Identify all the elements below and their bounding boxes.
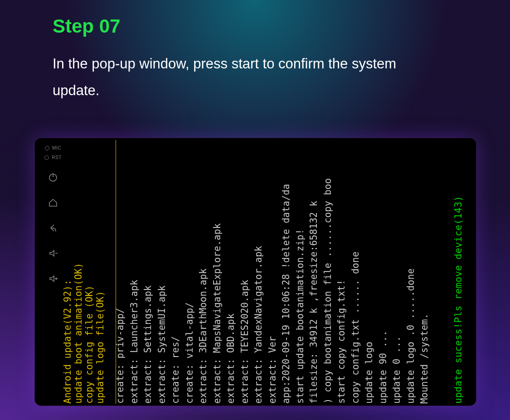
step-title: Step 07: [53, 15, 510, 37]
console-line: extract: Ver: [267, 336, 278, 404]
mic-label: MIC: [45, 145, 61, 150]
console-line: extract: OBD.apk: [225, 314, 236, 404]
console-line: create: res/: [170, 336, 181, 404]
success-line: update sucess!Pls remove device(143): [453, 196, 464, 404]
console-line: update 90 ...: [378, 330, 389, 404]
console-line: update logo: [364, 342, 374, 404]
console-line: create: vital-app/: [184, 302, 195, 404]
console-line: extract: MapsNavigateExplore.apk: [212, 223, 223, 404]
rst-label: RST: [44, 155, 62, 160]
console-line: extract: 3DEarthMoon.apk: [198, 268, 209, 404]
volume-down-icon[interactable]: [37, 241, 69, 266]
console-line: extract: SystemUI.apk: [156, 285, 167, 404]
device-screen: MIC RST Android update(V2.92):update boo…: [37, 140, 474, 404]
header-line: Android update(V2.92):: [62, 280, 73, 404]
console-line: extract: Settings.apk: [142, 285, 153, 404]
header-line: update boot animation(OK): [73, 263, 84, 404]
console-line: filesize: 34912 k ,freesize:658132 k: [308, 201, 319, 404]
header-line: update logo file(OK): [95, 291, 106, 404]
console-line: update 0 ...: [391, 336, 402, 404]
console-line: extract: Launcher3.apk: [129, 280, 140, 404]
console-line: ) copy bootanimation file ......copy boo: [322, 178, 333, 404]
header-line: copy config file (OK): [84, 285, 95, 404]
device-frame: MIC RST Android update(V2.92):update boo…: [35, 138, 476, 406]
console-line: extract: YandexNavigator.apk: [253, 246, 264, 404]
home-icon[interactable]: [37, 190, 69, 215]
console-line: copy config.txt ...... done: [350, 251, 361, 404]
console-output: Android update(V2.92):update boot animat…: [69, 140, 474, 404]
step-description: In the pop-up window, press start to con…: [53, 51, 433, 104]
console-line: start copy config.txt!: [336, 280, 347, 404]
power-icon[interactable]: [37, 164, 69, 190]
console-line: Mounted /system.: [419, 314, 430, 404]
back-icon[interactable]: [37, 215, 69, 241]
console-line: app:2020-09-19 10:06:28 !delete data/da: [281, 184, 291, 404]
console-line: extract: TEYES2020.apk: [239, 280, 250, 404]
console-line: update logo .0 .....done: [405, 268, 416, 404]
console-line: create: priv-app/: [115, 308, 126, 404]
console-line: start update bootanimation.zip!: [295, 229, 306, 404]
